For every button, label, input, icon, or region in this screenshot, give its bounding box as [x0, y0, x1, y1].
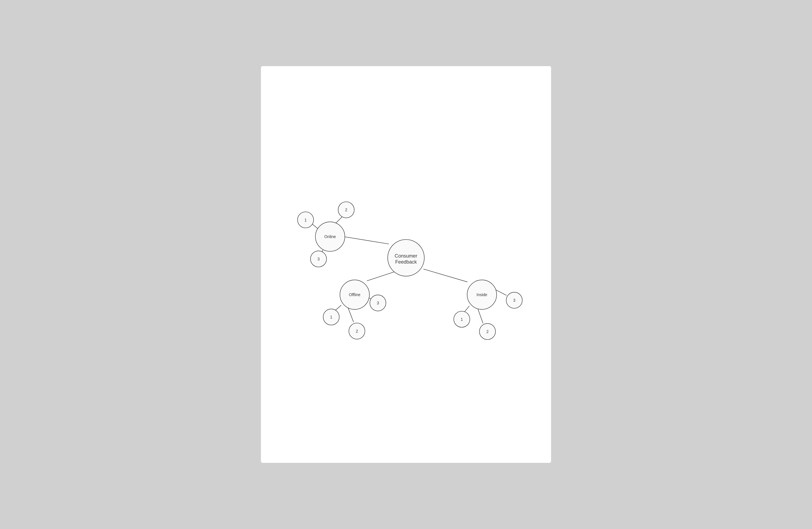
diagram-card: Consumer Feedback Online Offline Inside …	[261, 66, 551, 463]
edge-root-online	[344, 237, 389, 244]
node-online-3-label: 3	[317, 257, 320, 261]
edge-offline-2	[348, 308, 353, 322]
node-offline-2-label: 2	[356, 329, 358, 333]
node-offline-1-label: 1	[330, 315, 332, 319]
node-offline-3-label: 3	[377, 301, 379, 305]
edge-root-inside	[423, 269, 467, 282]
edge-inside-1	[464, 306, 469, 312]
node-inside-3-label: 3	[513, 298, 516, 302]
node-online-2-label: 2	[345, 208, 347, 212]
mind-map-svg: Consumer Feedback Online Offline Inside …	[261, 66, 551, 463]
node-online-1-label: 1	[304, 217, 307, 222]
node-root-label2: Feedback	[395, 259, 417, 264]
node-inside-label: Inside	[477, 292, 487, 297]
node-offline-label: Offline	[349, 292, 360, 297]
node-online-label: Online	[324, 234, 336, 239]
node-root-label: Consumer	[395, 253, 417, 259]
edge-inside-2	[478, 308, 483, 323]
node-inside-1-label: 1	[461, 317, 463, 321]
edge-root-offline	[367, 272, 395, 281]
node-inside-2-label: 2	[487, 329, 489, 334]
